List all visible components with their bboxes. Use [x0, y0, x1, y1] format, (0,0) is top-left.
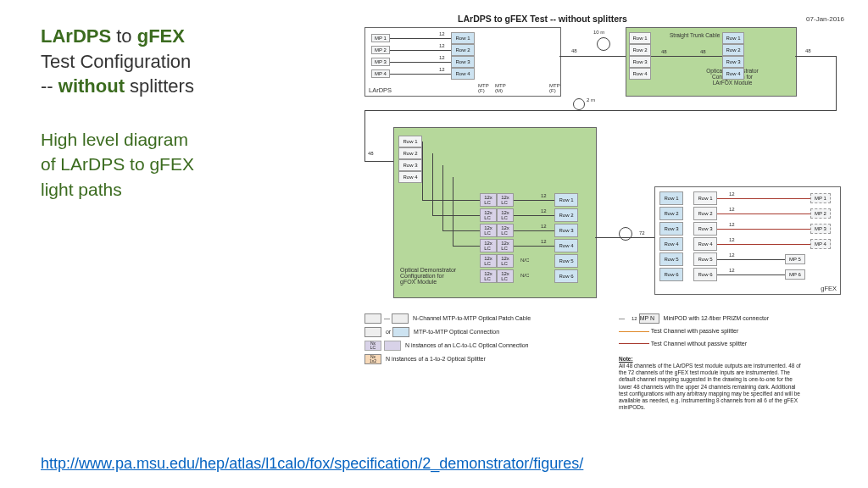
tl12d: 12 [541, 239, 547, 244]
wlc4 [514, 246, 554, 247]
sw-lc2-icon [384, 341, 401, 351]
title-line3a: -- [41, 75, 58, 97]
gmp2: MP 2 [810, 208, 831, 219]
bw5 [717, 259, 785, 260]
mtpF2: MTP (F) [549, 83, 560, 93]
leg-l1: N-Channel MTP-to-MTP Optical Patch Cable [413, 315, 531, 321]
lf-rr1: Row 1 [722, 32, 744, 44]
title-line3b: without [58, 75, 125, 97]
sw-g3-icon [364, 327, 381, 337]
title-w2: to [111, 25, 137, 47]
t10m: 10 m [593, 30, 604, 35]
tl12c: 12 [541, 224, 547, 229]
leg-l3: N instances of an LC-to-LC Optical Conne… [405, 342, 529, 348]
gxr-r6: Row 6 [554, 269, 578, 283]
tl12a: 12 [541, 193, 547, 198]
g12d: 12 [729, 237, 735, 242]
lc4a: 12x LC [480, 239, 497, 252]
g12b: 12 [729, 207, 735, 212]
gf2-r6: Row 6 [693, 268, 717, 281]
lf-r2: Row 2 [629, 44, 651, 56]
w-mp1 [390, 38, 451, 39]
leg-r2: Test Channel with passive splitter [651, 328, 739, 334]
gf-r4: Row 4 [659, 237, 683, 251]
lc3b: 12x LC [497, 224, 514, 237]
gf-r1: Row 1 [659, 191, 683, 205]
mp2: MP 2 [371, 46, 390, 54]
lf-r3: Row 3 [629, 56, 651, 68]
t48b: 48 [661, 49, 667, 54]
lc6a: 12x LC [480, 269, 497, 283]
title-w1: LArDPS [41, 25, 111, 47]
lardps-row3: Row 3 [451, 56, 475, 68]
gxr-r4: Row 4 [554, 239, 578, 252]
title-w3: gFEX [137, 25, 185, 47]
wlc1 [514, 200, 554, 201]
note-head: Note: [619, 356, 633, 362]
w-into-gfox [364, 161, 393, 162]
footer-link[interactable]: http://www.pa.msu.edu/hep/atlas/l1calo/f… [41, 455, 583, 473]
gx-r3: Row 3 [398, 159, 422, 171]
gx-r4: Row 4 [398, 171, 422, 183]
lc6b: 12x LC [497, 269, 514, 283]
diagram-date: 07-Jan-2016 [806, 15, 844, 23]
w-trunk [651, 56, 722, 57]
gf-r6: Row 6 [659, 268, 683, 281]
mp1: MP 1 [371, 34, 390, 42]
gf2-r5: Row 5 [693, 252, 717, 266]
title-block: LArDPS to gFEX Test Configuration -- wit… [41, 24, 194, 99]
wlc2 [514, 215, 554, 216]
mtpF1: MTP (F) [478, 83, 489, 93]
gfex-label: gFEX [821, 285, 837, 292]
red-line-icon [619, 343, 649, 344]
nc1: N/C [520, 258, 529, 263]
gf2-r2: Row 2 [693, 207, 717, 220]
diagram-panel: LArDPS to gFEX Test -- without splitters… [356, 17, 851, 441]
t48c: 48 [700, 49, 706, 54]
sw-split-icon: Nx 1x2 [364, 354, 381, 364]
leg-l4: N instances of a 1-to-2 Optical Splitter [386, 356, 486, 362]
rw4 [717, 244, 810, 245]
rw2 [717, 214, 810, 214]
note-block: Note: All 48 channels of the LArDPS test… [619, 356, 801, 411]
sub-l2: of LArDPS to gFEX [41, 154, 194, 174]
t12a: 12 [439, 31, 445, 36]
t48e: 48 [368, 151, 374, 156]
g12f: 12 [729, 268, 735, 273]
lc3a: 12x LC [480, 224, 497, 237]
t72: 72 [639, 230, 645, 236]
gf2-r1: Row 1 [693, 191, 717, 205]
mtpM1: MTP (M) [495, 83, 506, 93]
nc2: N/C [520, 273, 529, 278]
sub-l3: light paths [41, 180, 122, 199]
t12d: 12 [439, 67, 445, 72]
fan-v2 [432, 153, 433, 215]
fan-h3 [442, 230, 480, 231]
lf-rr4: Row 4 [722, 68, 744, 80]
leg-r1: MiniPOD with 12-fiber PRIZM connector [664, 315, 769, 321]
fan-h2 [432, 215, 480, 216]
gx-r1: Row 1 [398, 136, 422, 147]
leg-r3: Test Channel without passive splitter [651, 341, 747, 347]
sw-lc-icon: Nx LC [364, 341, 381, 351]
title-line2: Test Configuration [41, 51, 191, 72]
lardps-row4: Row 4 [451, 68, 475, 80]
lf-rr3: Row 3 [722, 56, 744, 68]
gxr-r3: Row 3 [554, 224, 578, 237]
gxr-r1: Row 1 [554, 193, 578, 207]
gmp1: MP 1 [810, 193, 831, 203]
fan-v1 [422, 141, 423, 200]
lc5b: 12x LC [497, 254, 514, 268]
lardps-label: LArDPS [369, 86, 392, 94]
swatch-grey-icon [364, 313, 381, 324]
gf-r3: Row 3 [659, 222, 683, 236]
footer-url[interactable]: http://www.pa.msu.edu/hep/atlas/l1calo/f… [41, 455, 583, 472]
gmp5: MP 5 [785, 254, 805, 264]
lf-rr2: Row 2 [722, 44, 744, 56]
tl12b: 12 [541, 208, 547, 214]
lf-r4: Row 4 [629, 68, 651, 80]
w-mp4 [390, 74, 451, 75]
legend-right: —12 MP N MiniPOD with 12-fiber PRIZM con… [619, 313, 769, 348]
title-line3c: splitters [125, 75, 194, 97]
lc2b: 12x LC [497, 208, 514, 222]
